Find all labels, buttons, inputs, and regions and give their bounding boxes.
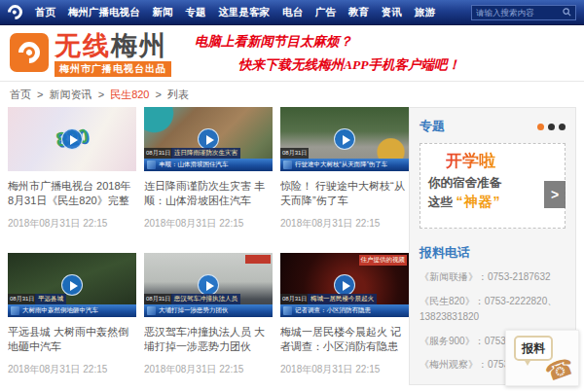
carousel-dot[interactable] (537, 124, 544, 130)
video-date: 2018年08月31日 22:15 (8, 363, 136, 376)
thumb-title-bar: 记者调查：小区消防有隐患 (280, 304, 409, 317)
video-card[interactable]: 08月31日 平远县城 大树雨中轰然倒地砸中汽车 平远县城 大树雨中轰然倒地砸中… (8, 253, 136, 385)
carousel-dot[interactable] (559, 124, 566, 130)
play-icon[interactable] (334, 128, 355, 150)
video-thumbnail[interactable]: 08月31日 恶汉驾车冲撞执法人员 大埔打掉一涉恶势力团伙 (144, 253, 273, 317)
thumb-caption: 平远县城 (35, 294, 66, 304)
app-promo-text: 电脑上看新闻节目太麻烦？ 快来下载无线梅州APP手机客户端吧！ (195, 33, 460, 74)
video-date: 2018年08月31日 22:15 (144, 363, 273, 376)
report-bubble: 报料 (514, 336, 553, 361)
nav-ads[interactable]: 广告 (315, 6, 336, 19)
nav-radio[interactable]: 电台 (282, 6, 303, 19)
thumb-caption: 连日降雨谨防次生灾害 (171, 148, 240, 159)
banner-highlight: “神器” (456, 194, 500, 209)
hotline-heading: 报料电话 (420, 244, 566, 262)
thumb-title-bar: 大树雨中轰然倒地砸中汽车 (8, 304, 136, 317)
thumb-corner-label: 住户提供的视频 (359, 255, 408, 266)
play-icon[interactable] (198, 274, 219, 296)
video-card[interactable]: 08月31日 连日降雨谨防次生灾害 丰顺：山体滑坡困住汽车 连日降雨谨防次生灾害… (144, 107, 273, 239)
nav-education[interactable]: 教育 (348, 6, 369, 19)
play-icon[interactable] (61, 128, 83, 150)
hotline-entry: 《民生820》：0753-2222820、13823831820 (420, 294, 566, 326)
carousel-dot[interactable] (548, 124, 555, 130)
thumb-date-stamp: 08月31日 (144, 294, 172, 304)
breadcrumb-current: 列表 (167, 89, 189, 100)
video-date: 2018年08月31日 22:15 (144, 217, 273, 231)
carousel-dots (537, 124, 566, 130)
thumb-caption: 梅城一居民楼今晨起火 (308, 294, 377, 304)
play-icon[interactable] (334, 274, 355, 296)
video-date: 2018年08月31日 22:15 (8, 217, 136, 231)
thumb-date-stamp: 08月31日 (144, 148, 172, 159)
video-thumbnail[interactable]: 08月31日 平远县城 大树雨中轰然倒地砸中汽车 (8, 253, 136, 317)
play-icon[interactable] (61, 274, 83, 296)
video-title[interactable]: 恶汉驾车冲撞执法人员 大埔打掉一涉恶势力团伙 (144, 325, 273, 354)
thumb-red-badge (245, 255, 271, 264)
thumb-title-bar: 行驶途中大树枝“从天而降”伤了车 (280, 159, 409, 171)
brand-swirl-icon (10, 33, 49, 72)
site-header: 无线梅州 梅州市广播电视台出品 电脑上看新闻节目太麻烦？ 快来下载无线梅州APP… (0, 25, 584, 82)
nav-news[interactable]: 新闻 (153, 6, 173, 19)
breadcrumb-home[interactable]: 首页 (10, 89, 31, 100)
thumb-date-stamp: 08月31日 (280, 294, 309, 304)
breadcrumb: 首页 > 新闻资讯 > 民生820 > 列表 (10, 88, 192, 102)
video-card[interactable]: 08月31日 恶汉驾车冲撞执法人员 大埔打掉一涉恶势力团伙 恶汉驾车冲撞执法人员… (144, 253, 273, 385)
video-card[interactable]: 08月31日 行驶途中大树枝“从天而降”伤了车 惊险！ 行驶途中大树枝“从天而降… (280, 107, 409, 239)
thumb-title-bar: 大埔打掉一涉恶势力团伙 (144, 304, 273, 317)
site-subtitle: 梅州市广播电视台出品 (55, 61, 171, 77)
breadcrumb-section[interactable]: 新闻资讯 (50, 89, 92, 100)
play-icon[interactable] (198, 128, 219, 150)
banner-line3: 这些 “神器” (428, 194, 557, 211)
video-date: 2018年08月31日 22:15 (280, 363, 409, 376)
site-title: 无线梅州 (55, 33, 171, 59)
video-title[interactable]: 梅城一居民楼今晨起火 记者调查：小区消防有隐患 (280, 325, 409, 354)
thumb-title-bar: 丰顺：山体滑坡困住汽车 (144, 159, 273, 171)
video-thumbnail[interactable]: 08月31日 行驶途中大树枝“从天而降”伤了车 (280, 107, 409, 171)
search-box (471, 5, 576, 20)
nav-travel[interactable]: 旅游 (415, 6, 435, 19)
nav-topics[interactable]: 专题 (186, 6, 206, 19)
nav-info[interactable]: 资讯 (382, 6, 402, 19)
hotline-entry: 《新闻联播》：0753-2187632 (420, 269, 566, 286)
video-title[interactable]: 梅州市广播电视台 2018年8月31日《民生820》完整版 (8, 179, 136, 208)
channel-logo-icon (147, 306, 156, 315)
report-hotline-button[interactable]: 报料 ☎ (505, 330, 579, 386)
thumb-date-stamp: 08月31日 (280, 148, 309, 159)
site-logo-icon[interactable] (5, 2, 25, 22)
banner-headline: 开学啦 (446, 150, 557, 172)
search-input[interactable] (476, 8, 563, 18)
channel-logo-icon (283, 306, 292, 315)
video-card[interactable]: 820 梅州市广播电视台 2018年8月31日《民生820》完整版 2018年0… (8, 107, 136, 239)
nav-station[interactable]: 梅州广播电视台 (68, 6, 140, 19)
video-thumbnail[interactable]: 住户提供的视频 08月31日 梅城一居民楼今晨起火 记者调查：小区消防有隐患 (280, 253, 409, 317)
topics-heading: 专题 (420, 118, 445, 135)
banner-line2: 你的宿舍准备 (428, 175, 557, 192)
page: 首页 梅州广播电视台 新闻 专题 这里是客家 电台 广告 教育 资讯 旅游 无线… (0, 0, 584, 392)
video-thumbnail[interactable]: 08月31日 连日降雨谨防次生灾害 丰顺：山体滑坡困住汽车 (144, 107, 273, 171)
thumb-caption: 恶汉驾车冲撞执法人员 (171, 294, 240, 304)
video-title[interactable]: 平远县城 大树雨中轰然倒地砸中汽车 (8, 325, 136, 354)
channel-logo-icon (11, 306, 19, 315)
carousel-next-button[interactable]: > (544, 181, 566, 208)
channel-logo-icon (283, 160, 292, 169)
video-date: 2018年08月31日 22:15 (280, 217, 409, 231)
video-title[interactable]: 惊险！ 行驶途中大树枝“从天而降”伤了车 (280, 179, 409, 208)
video-title[interactable]: 连日降雨谨防次生灾害 丰顺：山体滑坡困住汽车 (144, 179, 273, 208)
video-card[interactable]: 住户提供的视频 08月31日 梅城一居民楼今晨起火 记者调查：小区消防有隐患 梅… (280, 253, 409, 385)
thumb-date-stamp: 08月31日 (8, 294, 36, 304)
breadcrumb-channel[interactable]: 民生820 (110, 89, 149, 100)
top-nav-bar: 首页 梅州广播电视台 新闻 专题 这里是客家 电台 广告 教育 资讯 旅游 (0, 0, 584, 25)
nav-home[interactable]: 首页 (35, 6, 55, 19)
video-grid: 820 梅州市广播电视台 2018年8月31日《民生820》完整版 2018年0… (8, 107, 409, 385)
topic-banner[interactable]: 开学啦 你的宿舍准备 这些 “神器” > (420, 143, 566, 229)
nav-hakka[interactable]: 这里是客家 (219, 6, 271, 19)
channel-logo-icon (147, 160, 156, 169)
video-thumbnail[interactable]: 820 (8, 107, 136, 171)
site-logo[interactable]: 无线梅州 梅州市广播电视台出品 (10, 33, 171, 77)
search-icon[interactable] (563, 8, 571, 17)
